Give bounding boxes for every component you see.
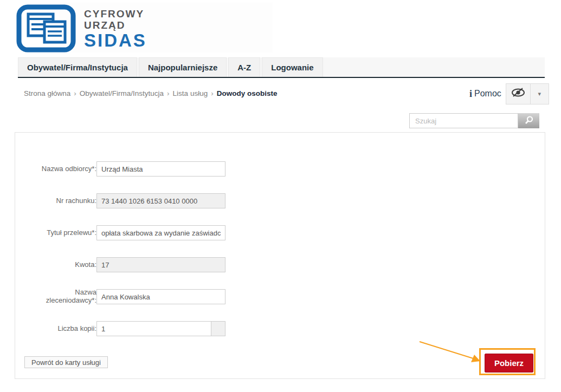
contrast-toggle-button[interactable] <box>506 84 531 104</box>
back-to-service-card-button[interactable]: Powrót do karty usługi <box>24 356 108 368</box>
search-icon <box>524 115 534 127</box>
breadcrumb-separator: › <box>211 89 214 97</box>
breadcrumb-link-strona-glowna[interactable]: Strona główna <box>24 89 70 97</box>
caret-down-icon: ▾ <box>538 90 541 97</box>
transfer-title-input[interactable] <box>96 225 225 240</box>
nav-tab-najpopularniejsze[interactable]: Najpopularniejsze <box>139 57 227 77</box>
search-button[interactable] <box>518 113 539 128</box>
breadcrumb-separator: › <box>74 89 76 97</box>
download-button[interactable]: Pobierz <box>485 354 533 373</box>
recipient-name-label: Nazwa odbiorcy*: <box>26 161 96 177</box>
help-link[interactable]: Pomoc <box>474 89 501 99</box>
breadcrumb-link-obywatel[interactable]: Obywatel/Firma/Instytucja <box>80 89 164 97</box>
logo-text: CYFROWY URZĄD SIDAS <box>84 9 147 49</box>
breadcrumb: Strona główna›Obywatel/Firma/Instytucja›… <box>24 89 277 97</box>
amount-label: Kwota: <box>26 257 96 272</box>
logo-line-urzad: URZĄD <box>84 20 147 30</box>
copies-count-label: Liczba kopii: <box>26 321 96 336</box>
payment-form-panel: Nazwa odbiorcy*: Nr rachunku: Tytuł prze… <box>15 132 545 379</box>
nav-tab-obywatel-firma-instytucja[interactable]: Obywatel/Firma/Instytucja <box>18 57 137 77</box>
search-input[interactable] <box>409 113 518 128</box>
breadcrumb-separator: › <box>167 89 170 97</box>
copies-count-input[interactable] <box>96 321 211 336</box>
payer-name-label: Nazwa zleceniodawcy*: <box>26 289 96 304</box>
sidas-logo-icon <box>16 4 76 55</box>
amount-input <box>96 257 225 272</box>
breadcrumb-current: Dowody osobiste <box>217 89 278 97</box>
nav-tab-a-z[interactable]: A-Z <box>228 57 260 77</box>
contrast-dropdown-button[interactable]: ▾ <box>531 84 549 104</box>
help-area: i Pomoc ▾ <box>469 83 549 104</box>
recipient-name-input[interactable] <box>96 161 225 177</box>
logo-line-sidas: SIDAS <box>84 31 147 49</box>
page-root: CYFROWY URZĄD SIDAS Obywatel/Firma/Insty… <box>0 0 561 392</box>
nav-tab-logowanie[interactable]: Logowanie <box>262 57 323 77</box>
logo-line-cyfrowy: CYFROWY <box>84 9 147 19</box>
info-icon: i <box>469 88 472 100</box>
eye-slash-icon <box>511 88 526 100</box>
accessibility-button-group: ▾ <box>506 83 549 104</box>
main-nav: Obywatel/Firma/Instytucja Najpopularniej… <box>18 57 545 78</box>
transfer-title-label: Tytuł przelewu*: <box>26 225 96 240</box>
breadcrumb-link-lista-uslug[interactable]: Lista usług <box>173 89 208 97</box>
payer-name-input[interactable] <box>96 289 225 304</box>
account-number-input <box>96 193 225 208</box>
account-number-label: Nr rachunku: <box>26 193 96 208</box>
copies-stepper-addon[interactable] <box>211 321 225 336</box>
nav-filler <box>325 57 545 77</box>
